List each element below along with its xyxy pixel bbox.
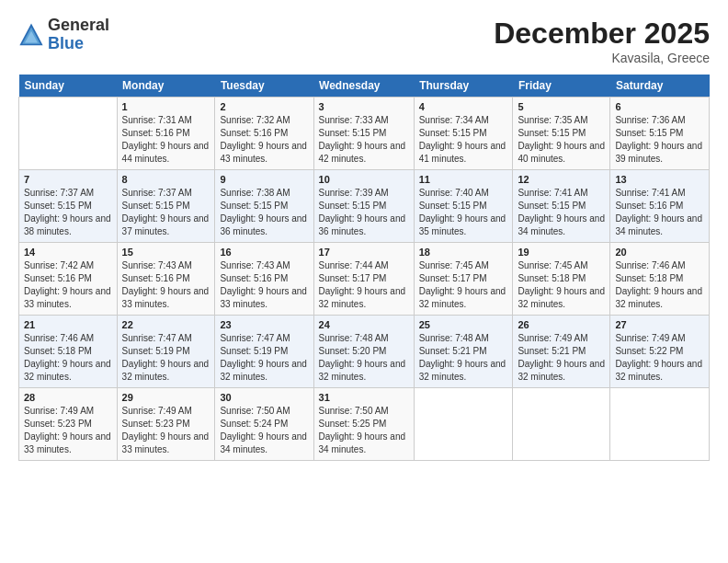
day-cell: 29Sunrise: 7:49 AMSunset: 5:23 PMDayligh… — [117, 388, 215, 461]
day-info: Sunrise: 7:41 AMSunset: 5:15 PMDaylight:… — [518, 187, 605, 238]
day-number: 11 — [419, 174, 508, 185]
day-info: Sunrise: 7:43 AMSunset: 5:16 PMDaylight:… — [220, 259, 308, 311]
day-info: Sunrise: 7:42 AMSunset: 5:16 PMDaylight:… — [24, 259, 112, 311]
day-info: Sunrise: 7:50 AMSunset: 5:24 PMDaylight:… — [220, 405, 308, 456]
day-number: 28 — [24, 392, 112, 403]
day-info: Sunrise: 7:48 AMSunset: 5:21 PMDaylight:… — [419, 332, 508, 384]
day-number: 29 — [122, 392, 210, 403]
header: General Blue December 2025 Kavasila, Gre… — [18, 17, 710, 65]
day-info: Sunrise: 7:32 AMSunset: 5:16 PMDaylight:… — [220, 114, 308, 166]
day-cell: 26Sunrise: 7:49 AMSunset: 5:21 PMDayligh… — [513, 316, 610, 388]
day-info: Sunrise: 7:35 AMSunset: 5:15 PMDaylight:… — [518, 114, 605, 166]
day-number: 19 — [518, 247, 605, 258]
logo-text: General Blue — [48, 17, 109, 53]
day-info: Sunrise: 7:45 AMSunset: 5:18 PMDaylight:… — [518, 259, 605, 311]
day-number: 4 — [419, 101, 508, 112]
day-info: Sunrise: 7:49 AMSunset: 5:21 PMDaylight:… — [518, 332, 605, 384]
day-cell: 8Sunrise: 7:37 AMSunset: 5:15 PMDaylight… — [117, 170, 215, 243]
header-sunday: Sunday — [19, 75, 118, 98]
day-cell — [610, 388, 710, 461]
day-info: Sunrise: 7:38 AMSunset: 5:15 PMDaylight:… — [220, 187, 308, 238]
day-info: Sunrise: 7:50 AMSunset: 5:25 PMDaylight:… — [319, 405, 409, 456]
day-info: Sunrise: 7:45 AMSunset: 5:17 PMDaylight:… — [419, 259, 508, 311]
day-number: 24 — [319, 319, 409, 330]
day-info: Sunrise: 7:37 AMSunset: 5:15 PMDaylight:… — [122, 187, 210, 238]
day-cell: 2Sunrise: 7:32 AMSunset: 5:16 PMDaylight… — [215, 98, 313, 170]
day-number: 25 — [419, 319, 508, 330]
day-number: 5 — [518, 101, 605, 112]
day-info: Sunrise: 7:44 AMSunset: 5:17 PMDaylight:… — [319, 259, 409, 311]
day-number: 6 — [615, 101, 704, 112]
day-number: 26 — [518, 319, 605, 330]
day-cell: 16Sunrise: 7:43 AMSunset: 5:16 PMDayligh… — [215, 243, 313, 316]
day-cell: 31Sunrise: 7:50 AMSunset: 5:25 PMDayligh… — [313, 388, 414, 461]
day-number: 16 — [220, 247, 308, 258]
day-cell: 24Sunrise: 7:48 AMSunset: 5:20 PMDayligh… — [313, 316, 414, 388]
day-cell — [414, 388, 513, 461]
day-number: 2 — [220, 101, 308, 112]
header-friday: Friday — [513, 75, 610, 98]
logo: General Blue — [18, 17, 109, 53]
day-number: 7 — [24, 174, 112, 185]
day-cell: 25Sunrise: 7:48 AMSunset: 5:21 PMDayligh… — [414, 316, 513, 388]
day-number: 8 — [122, 174, 210, 185]
header-monday: Monday — [117, 75, 215, 98]
location: Kavasila, Greece — [494, 51, 710, 65]
day-cell: 5Sunrise: 7:35 AMSunset: 5:15 PMDaylight… — [513, 98, 610, 170]
day-cell: 11Sunrise: 7:40 AMSunset: 5:15 PMDayligh… — [414, 170, 513, 243]
day-info: Sunrise: 7:48 AMSunset: 5:20 PMDaylight:… — [319, 332, 409, 384]
day-info: Sunrise: 7:49 AMSunset: 5:23 PMDaylight:… — [122, 405, 210, 456]
day-info: Sunrise: 7:37 AMSunset: 5:15 PMDaylight:… — [24, 187, 112, 238]
day-cell: 28Sunrise: 7:49 AMSunset: 5:23 PMDayligh… — [19, 388, 118, 461]
day-cell: 7Sunrise: 7:37 AMSunset: 5:15 PMDaylight… — [19, 170, 118, 243]
day-cell: 14Sunrise: 7:42 AMSunset: 5:16 PMDayligh… — [19, 243, 118, 316]
day-number: 17 — [319, 247, 409, 258]
page: General Blue December 2025 Kavasila, Gre… — [0, 0, 728, 563]
day-cell: 22Sunrise: 7:47 AMSunset: 5:19 PMDayligh… — [117, 316, 215, 388]
header-wednesday: Wednesday — [313, 75, 414, 98]
day-info: Sunrise: 7:31 AMSunset: 5:16 PMDaylight:… — [122, 114, 210, 166]
header-tuesday: Tuesday — [215, 75, 313, 98]
day-number: 13 — [615, 174, 704, 185]
week-row-3: 21Sunrise: 7:46 AMSunset: 5:18 PMDayligh… — [19, 316, 710, 388]
day-info: Sunrise: 7:34 AMSunset: 5:15 PMDaylight:… — [419, 114, 508, 166]
day-cell: 4Sunrise: 7:34 AMSunset: 5:15 PMDaylight… — [414, 98, 513, 170]
day-cell: 12Sunrise: 7:41 AMSunset: 5:15 PMDayligh… — [513, 170, 610, 243]
day-cell: 23Sunrise: 7:47 AMSunset: 5:19 PMDayligh… — [215, 316, 313, 388]
day-number: 15 — [122, 247, 210, 258]
day-number: 22 — [122, 319, 210, 330]
day-cell: 15Sunrise: 7:43 AMSunset: 5:16 PMDayligh… — [117, 243, 215, 316]
day-info: Sunrise: 7:47 AMSunset: 5:19 PMDaylight:… — [220, 332, 308, 384]
day-cell: 9Sunrise: 7:38 AMSunset: 5:15 PMDaylight… — [215, 170, 313, 243]
day-cell: 13Sunrise: 7:41 AMSunset: 5:16 PMDayligh… — [610, 170, 710, 243]
day-cell: 10Sunrise: 7:39 AMSunset: 5:15 PMDayligh… — [313, 170, 414, 243]
day-number: 9 — [220, 174, 308, 185]
day-info: Sunrise: 7:41 AMSunset: 5:16 PMDaylight:… — [615, 187, 704, 238]
month-title: December 2025 — [494, 17, 710, 51]
day-info: Sunrise: 7:33 AMSunset: 5:15 PMDaylight:… — [319, 114, 409, 166]
week-row-1: 7Sunrise: 7:37 AMSunset: 5:15 PMDaylight… — [19, 170, 710, 243]
day-info: Sunrise: 7:43 AMSunset: 5:16 PMDaylight:… — [122, 259, 210, 311]
calendar-table: Sunday Monday Tuesday Wednesday Thursday… — [18, 75, 710, 461]
day-info: Sunrise: 7:46 AMSunset: 5:18 PMDaylight:… — [24, 332, 112, 384]
day-info: Sunrise: 7:36 AMSunset: 5:15 PMDaylight:… — [615, 114, 704, 166]
day-cell: 18Sunrise: 7:45 AMSunset: 5:17 PMDayligh… — [414, 243, 513, 316]
day-cell: 6Sunrise: 7:36 AMSunset: 5:15 PMDaylight… — [610, 98, 710, 170]
day-number: 31 — [319, 392, 409, 403]
day-info: Sunrise: 7:49 AMSunset: 5:23 PMDaylight:… — [24, 405, 112, 456]
logo-blue: Blue — [48, 34, 84, 52]
day-number: 1 — [122, 101, 210, 112]
day-info: Sunrise: 7:40 AMSunset: 5:15 PMDaylight:… — [419, 187, 508, 238]
week-row-0: 1Sunrise: 7:31 AMSunset: 5:16 PMDaylight… — [19, 98, 710, 170]
day-info: Sunrise: 7:39 AMSunset: 5:15 PMDaylight:… — [319, 187, 409, 238]
day-info: Sunrise: 7:49 AMSunset: 5:22 PMDaylight:… — [615, 332, 704, 384]
day-cell: 20Sunrise: 7:46 AMSunset: 5:18 PMDayligh… — [610, 243, 710, 316]
day-info: Sunrise: 7:46 AMSunset: 5:18 PMDaylight:… — [615, 259, 704, 311]
calendar-header: Sunday Monday Tuesday Wednesday Thursday… — [19, 75, 710, 98]
day-number: 10 — [319, 174, 409, 185]
day-cell: 30Sunrise: 7:50 AMSunset: 5:24 PMDayligh… — [215, 388, 313, 461]
day-number: 21 — [24, 319, 112, 330]
week-row-2: 14Sunrise: 7:42 AMSunset: 5:16 PMDayligh… — [19, 243, 710, 316]
day-number: 14 — [24, 247, 112, 258]
header-thursday: Thursday — [414, 75, 513, 98]
